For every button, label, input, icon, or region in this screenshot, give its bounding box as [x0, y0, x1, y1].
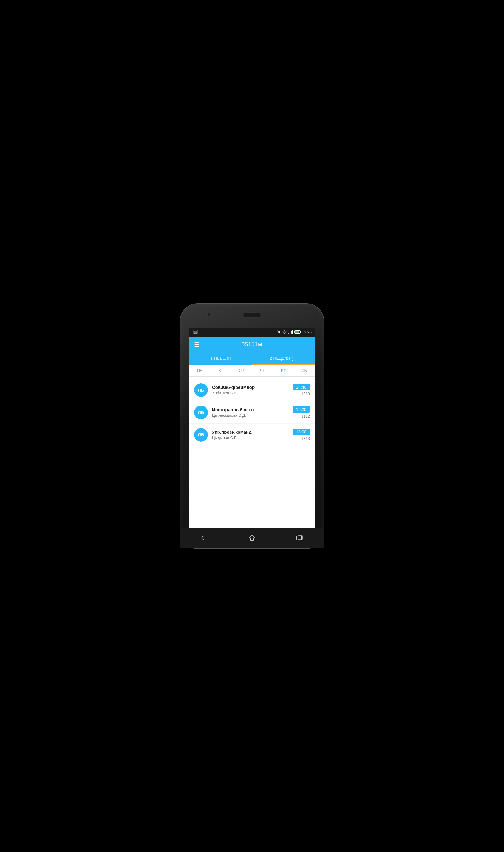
lesson-time-block-3: 18:00 1313	[292, 429, 310, 441]
day-mon[interactable]: ПН	[190, 367, 210, 374]
svg-rect-3	[278, 331, 280, 332]
phone-device: 13:26 ☰ 05151м 1 НЕДЕЛЯ 2 НЕДЕЛЯ (Т) ПН …	[180, 304, 324, 548]
day-selector: ПН ВТ СР ЧТ ПТ СБ	[190, 365, 314, 377]
lesson-name-3: Упр.проек.команд	[212, 430, 288, 435]
time-badge-3: 18:00	[292, 429, 310, 435]
lesson-name-1: Сов.веб-фреймвор	[212, 385, 288, 390]
time-badge-1: 14:40	[292, 384, 310, 391]
status-bar: 13:26	[190, 328, 314, 337]
signal-icon	[288, 330, 293, 334]
lesson-info-3: Упр.проек.команд Цыдыпов С.Г.	[212, 430, 288, 440]
notification-icon	[192, 330, 198, 334]
recents-button[interactable]	[292, 532, 307, 544]
day-sat[interactable]: СБ	[294, 367, 314, 374]
back-button[interactable]	[197, 532, 212, 544]
lesson-badge-1: ЛБ	[194, 383, 208, 397]
lesson-teacher-1: Хабитуев Б.В.	[212, 391, 288, 395]
lesson-info-2: Иностранный язык Цыренжапова С.Д.	[212, 407, 288, 417]
day-tue[interactable]: ВТ	[210, 367, 231, 374]
status-right: 13:26	[277, 330, 312, 334]
front-camera	[207, 313, 211, 316]
phone-top-hardware	[180, 304, 324, 328]
lesson-name-2: Иностранный язык	[212, 407, 288, 412]
lesson-teacher-3: Цыдыпов С.Г.	[212, 435, 288, 440]
tabs-container: 1 НЕДЕЛЯ 2 НЕДЕЛЯ (Т)	[190, 352, 314, 365]
phone-bottom-nav	[180, 528, 324, 548]
room-number-3: 1313	[301, 436, 310, 441]
lesson-badge-3: ЛБ	[194, 428, 208, 442]
day-fri[interactable]: ПТ	[273, 367, 294, 374]
room-number-2: 1112	[301, 414, 310, 418]
app-title: 05151м	[204, 341, 299, 348]
svg-point-2	[196, 331, 197, 332]
wifi-icon	[282, 330, 287, 334]
room-number-1: 1313	[301, 392, 310, 396]
battery-icon	[294, 330, 300, 334]
speaker	[243, 312, 261, 318]
schedule-item-3[interactable]: ЛБ Упр.проек.команд Цыдыпов С.Г. 18:00 1…	[190, 424, 314, 446]
lesson-time-block-1: 14:40 1313	[292, 384, 310, 396]
schedule-item-1[interactable]: ЛБ Сов.веб-фреймвор Хабитуев Б.В. 14:40 …	[190, 379, 314, 401]
svg-rect-4	[251, 538, 253, 541]
svg-point-1	[194, 331, 195, 332]
schedule-list: ЛБ Сов.веб-фреймвор Хабитуев Б.В. 14:40 …	[190, 377, 314, 528]
status-left	[192, 330, 198, 334]
day-wed[interactable]: СР	[231, 367, 252, 374]
sensor	[293, 314, 295, 316]
lesson-badge-2: ЛБ	[194, 405, 208, 419]
status-time: 13:26	[302, 330, 312, 334]
app-bar: ☰ 05151м	[190, 337, 314, 352]
mute-icon	[277, 330, 281, 334]
lesson-time-block-2: 16:20 1112	[292, 406, 310, 418]
time-badge-2: 16:20	[292, 406, 310, 413]
tab-week2[interactable]: 2 НЕДЕЛЯ (Т)	[252, 352, 314, 365]
home-button[interactable]	[245, 532, 259, 544]
phone-screen: 13:26 ☰ 05151м 1 НЕДЕЛЯ 2 НЕДЕЛЯ (Т) ПН …	[190, 328, 314, 528]
day-thu[interactable]: ЧТ	[252, 367, 273, 374]
schedule-item-2[interactable]: ЛБ Иностранный язык Цыренжапова С.Д. 16:…	[190, 401, 314, 424]
tab-week1[interactable]: 1 НЕДЕЛЯ	[190, 352, 252, 365]
menu-button[interactable]: ☰	[194, 342, 199, 347]
lesson-info-1: Сов.веб-фреймвор Хабитуев Б.В.	[212, 385, 288, 395]
lesson-teacher-2: Цыренжапова С.Д.	[212, 413, 288, 417]
